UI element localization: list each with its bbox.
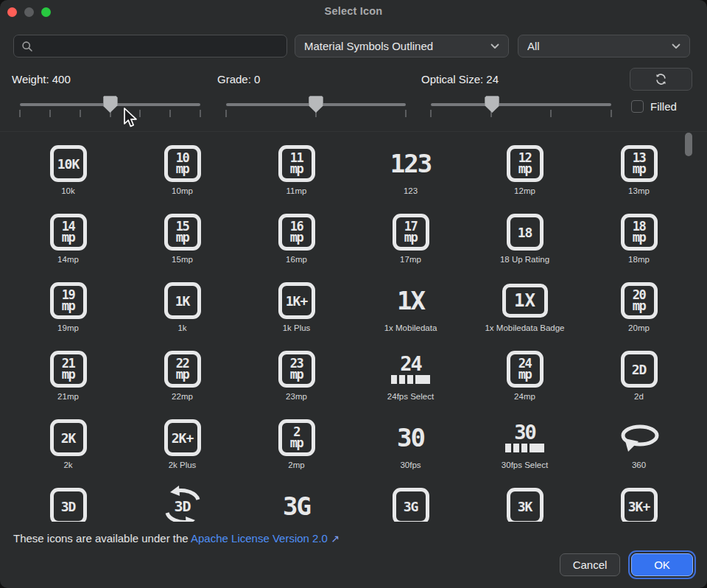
chevron-down-icon (672, 43, 680, 49)
icon-label: 30fps (400, 461, 421, 469)
icon-cell-2d[interactable]: 2D2d (582, 348, 696, 416)
icon-cell-clipped[interactable]: 3D (125, 485, 239, 522)
apache-license-link[interactable]: Apache License Version 2.0 (191, 532, 328, 545)
icon-label: 13mp (628, 186, 650, 195)
icon-label: 1k Plus (283, 323, 311, 332)
icon-cell-10k[interactable]: 10K10k (11, 142, 125, 211)
icon-glyph: 2K (50, 416, 87, 459)
slider-tick (550, 110, 552, 117)
font-family-value: Material Symbols Outlined (304, 40, 490, 52)
icon-label: 14mp (57, 255, 79, 264)
icon-label: 20mp (628, 323, 650, 332)
search-input[interactable] (33, 41, 286, 52)
icon-cell-2k[interactable]: 2K2k (11, 416, 125, 485)
slider-tick (225, 110, 227, 117)
icon-label: 11mp (286, 186, 307, 195)
icon-label: 18mp (628, 255, 650, 264)
icon-cell-1k[interactable]: 1K1k (125, 279, 239, 348)
icon-glyph: 15mp (164, 211, 201, 253)
icon-cell-360[interactable]: 360 (582, 416, 696, 485)
icon-cell-1x-mobiledata-badge[interactable]: 1X1x Mobiledata Badge (468, 279, 582, 348)
icon-cell-clipped[interactable]: 3G (354, 485, 468, 522)
icon-cell-14mp[interactable]: 14mp14mp (11, 211, 125, 279)
icon-cell-1x-mobiledata[interactable]: 1X1x Mobiledata (354, 279, 468, 348)
icon-glyph: 12mp (507, 142, 544, 185)
cancel-button[interactable]: Cancel (560, 553, 620, 576)
slider-track[interactable] (431, 103, 611, 106)
icon-cell-11mp[interactable]: 11mp11mp (239, 142, 354, 211)
icon-glyph: 3D (161, 485, 204, 522)
icon-cell-10mp[interactable]: 10mp10mp (125, 142, 239, 211)
optical-size-slider[interactable] (431, 96, 611, 119)
icon-glyph: 20mp (621, 279, 658, 322)
weight-slider[interactable] (20, 96, 200, 119)
icon-cell-15mp[interactable]: 15mp15mp (125, 211, 239, 279)
icon-glyph: 10K (50, 142, 87, 185)
icon-label: 2k (63, 461, 72, 469)
category-dropdown[interactable]: All (518, 35, 690, 57)
icon-cell-17mp[interactable]: 17mp17mp (354, 211, 468, 279)
icon-label: 12mp (514, 186, 535, 195)
icon-cell-24mp[interactable]: 24mp24mp (468, 348, 582, 416)
icon-cell-22mp[interactable]: 22mp22mp (125, 348, 239, 416)
slider-tick (430, 110, 432, 117)
slider-thumb[interactable] (103, 96, 118, 113)
icon-glyph: 1K (164, 279, 201, 322)
icon-cell-clipped[interactable]: 3G (239, 485, 354, 522)
icon-cell-30fps-select[interactable]: 3030fps Select (468, 416, 582, 485)
icon-cell-18mp[interactable]: 18mp18mp (582, 211, 696, 279)
icon-cell-21mp[interactable]: 21mp21mp (11, 348, 125, 416)
font-family-dropdown[interactable]: Material Symbols Outlined (295, 35, 509, 57)
icon-cell-1k-plus[interactable]: 1K+1k Plus (239, 279, 354, 348)
slider-tick (80, 110, 81, 117)
icon-glyph: 18 (507, 211, 544, 253)
slider-tick (49, 110, 51, 117)
icon-label: 24mp (514, 392, 535, 401)
select-icon-dialog: Select Icon Material Symbols Outlined Al… (0, 0, 707, 588)
icon-glyph: 2K+ (164, 416, 201, 459)
reset-settings-button[interactable] (630, 68, 692, 91)
icon-label: 23mp (286, 392, 307, 401)
slider-tick (169, 110, 171, 117)
icon-cell-2k-plus[interactable]: 2K+2k Plus (125, 416, 239, 485)
icon-label: 30fps Select (502, 461, 548, 469)
icon-cell-16mp[interactable]: 16mp16mp (239, 211, 354, 279)
icon-glyph: 22mp (164, 348, 201, 391)
icon-cell-clipped[interactable]: 3D (11, 485, 125, 522)
icon-label: 21mp (57, 392, 79, 401)
chevron-down-icon (490, 43, 499, 49)
slider-thumb[interactable] (485, 96, 499, 113)
icon-cell-13mp[interactable]: 13mp13mp (582, 142, 696, 211)
filled-checkbox[interactable] (631, 100, 644, 113)
slider-thumb[interactable] (309, 96, 323, 113)
icon-cell-2mp[interactable]: 2mp2mp (239, 416, 354, 485)
icon-glyph: 21mp (50, 348, 87, 391)
icon-cell-24fps-select[interactable]: 2424fps Select (354, 348, 468, 416)
icon-cell-23mp[interactable]: 23mp23mp (239, 348, 354, 416)
grade-slider[interactable] (226, 96, 406, 119)
icon-glyph: 1K+ (278, 279, 315, 322)
slider-tick (405, 110, 407, 117)
weight-label: Weight: 400 (12, 73, 71, 85)
icon-glyph: 11mp (278, 142, 315, 185)
scrollbar-thumb[interactable] (685, 133, 692, 156)
icon-cell-12mp[interactable]: 12mp12mp (468, 142, 582, 211)
icon-label: 24fps Select (387, 392, 434, 401)
ok-button[interactable]: OK (631, 553, 693, 576)
icon-glyph: 3K (507, 485, 544, 522)
icon-cell-clipped[interactable]: 3K (468, 485, 582, 522)
filled-label: Filled (650, 100, 677, 113)
icon-cell-123[interactable]: 123123 (354, 142, 468, 211)
icon-cell-20mp[interactable]: 20mp20mp (582, 279, 696, 348)
icon-label: 2d (634, 392, 644, 401)
slider-tick (19, 110, 21, 117)
icon-cell-30fps[interactable]: 3030fps (354, 416, 468, 485)
icon-glyph (619, 416, 660, 459)
search-field[interactable] (13, 35, 287, 57)
icon-cell-18-up-rating[interactable]: 1818 Up Rating (468, 211, 582, 279)
search-icon (21, 41, 33, 52)
icon-cell-19mp[interactable]: 19mp19mp (11, 279, 125, 348)
filled-toggle[interactable]: Filled (631, 100, 677, 113)
icon-glyph: 2mp (278, 416, 315, 459)
icon-cell-clipped[interactable]: 3K+ (582, 485, 696, 522)
